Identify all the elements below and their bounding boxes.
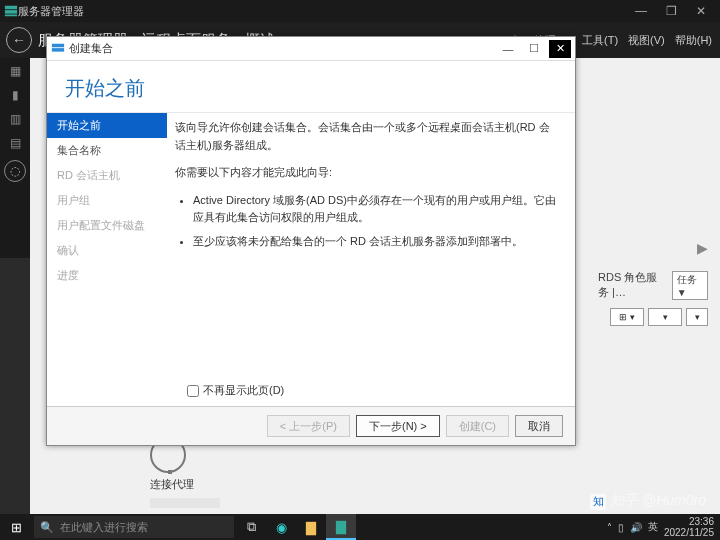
rds-role-label: RDS 角色服务 |… — [598, 270, 668, 300]
menu-tools[interactable]: 工具(T) — [582, 33, 618, 48]
wizard-button-row: < 上一步(P) 下一步(N) > 创建(C) 取消 — [47, 406, 575, 445]
wizard-icon — [51, 42, 65, 56]
nav-rds-icon[interactable]: ◌ — [4, 160, 26, 182]
wizard-titlebar: 创建集合 — ☐ ✕ — [47, 37, 575, 61]
step-user-profile-disks: 用户配置文件磁盘 — [47, 213, 167, 238]
taskbar-clock[interactable]: 23:36 2022/11/25 — [664, 516, 714, 538]
create-button: 创建(C) — [446, 415, 509, 437]
svg-rect-2 — [5, 15, 17, 17]
dont-show-checkbox[interactable] — [187, 385, 199, 397]
main-window-titlebar: 服务器管理器 — ❐ ✕ — [0, 0, 720, 22]
start-button[interactable]: ⊞ — [0, 514, 32, 540]
nav-file-icon[interactable]: ▤ — [7, 136, 23, 150]
main-maximize-button[interactable]: ❐ — [656, 0, 686, 22]
connection-broker-tile: 连接代理 — [150, 437, 220, 508]
wizard-title: 创建集合 — [69, 41, 495, 56]
tasks-dropdown[interactable]: 任务 ▼ — [672, 271, 708, 300]
prev-button: < 上一步(P) — [267, 415, 350, 437]
wizard-main-text: 该向导允许你创建会话集合。会话集合由一个或多个远程桌面会话主机(RD 会话主机)… — [167, 113, 575, 379]
svg-rect-3 — [52, 43, 64, 47]
nav-local-icon[interactable]: ▮ — [7, 88, 23, 102]
tool-button[interactable]: ▾ — [686, 308, 708, 326]
back-button[interactable]: ← — [6, 27, 32, 53]
menu-help[interactable]: 帮助(H) — [675, 33, 712, 48]
nav-dashboard-icon[interactable]: ▦ — [7, 64, 23, 78]
step-collection-name[interactable]: 集合名称 — [47, 138, 167, 163]
wizard-body: 开始之前 集合名称 RD 会话主机 用户组 用户配置文件磁盘 确认 进度 该向导… — [47, 112, 575, 379]
wizard-maximize-button[interactable]: ☐ — [521, 39, 547, 59]
main-minimize-button[interactable]: — — [626, 0, 656, 22]
filter-button[interactable]: ▾ — [648, 308, 682, 326]
server-manager-taskbar-icon[interactable]: ▇ — [326, 514, 356, 540]
svg-rect-4 — [52, 48, 64, 52]
step-user-groups: 用户组 — [47, 188, 167, 213]
taskbar: ⊞ 🔍 在此键入进行搜索 ⧉ ◉ ▇ ▇ ˄ ▯ 🔊 英 23:36 2022/… — [0, 514, 720, 540]
clock-time: 23:36 — [664, 516, 714, 527]
wizard-minimize-button[interactable]: — — [495, 39, 521, 59]
step-confirm: 确认 — [47, 238, 167, 263]
explorer-icon[interactable]: ▇ — [296, 514, 326, 540]
next-button[interactable]: 下一步(N) > — [356, 415, 440, 437]
search-placeholder: 在此键入进行搜索 — [60, 520, 148, 535]
wizard-heading: 开始之前 — [65, 75, 557, 102]
connection-broker-label: 连接代理 — [150, 477, 220, 492]
step-progress: 进度 — [47, 263, 167, 288]
wizard-close-button[interactable]: ✕ — [549, 40, 571, 58]
dont-show-row: 不再显示此页(D) — [47, 379, 575, 406]
edge-icon[interactable]: ◉ — [266, 514, 296, 540]
wizard-need-intro: 你需要以下内容才能完成此向导: — [175, 164, 559, 182]
wizard-heading-area: 开始之前 — [47, 61, 575, 112]
wizard-intro: 该向导允许你创建会话集合。会话集合由一个或多个远程桌面会话主机(RD 会话主机)… — [175, 119, 559, 154]
rds-role-panel: RDS 角色服务 |… 任务 ▼ ⊞ ▾ ▾ ▾ — [598, 270, 708, 326]
menu-view[interactable]: 视图(V) — [628, 33, 665, 48]
wizard-steps: 开始之前 集合名称 RD 会话主机 用户组 用户配置文件磁盘 确认 进度 — [47, 113, 167, 379]
create-collection-wizard: 创建集合 — ☐ ✕ 开始之前 开始之前 集合名称 RD 会话主机 用户组 用户… — [46, 36, 576, 446]
tray-ime-icon[interactable]: 英 — [648, 520, 658, 534]
main-close-button[interactable]: ✕ — [686, 0, 716, 22]
step-before-you-begin[interactable]: 开始之前 — [47, 113, 167, 138]
taskbar-search[interactable]: 🔍 在此键入进行搜索 — [34, 516, 234, 538]
system-tray: ˄ ▯ 🔊 英 23:36 2022/11/25 — [601, 516, 720, 538]
search-icon: 🔍 — [40, 521, 54, 534]
tray-network-icon[interactable]: ▯ — [618, 522, 624, 533]
requirement-item: Active Directory 域服务(AD DS)中必须存在一个现有的用户或… — [193, 192, 559, 227]
view-mode-button[interactable]: ⊞ ▾ — [610, 308, 644, 326]
main-window-title: 服务器管理器 — [18, 4, 626, 19]
left-nav: ▦ ▮ ▥ ▤ ◌ — [0, 58, 30, 258]
svg-rect-1 — [5, 10, 17, 14]
clock-date: 2022/11/25 — [664, 527, 714, 538]
step-rd-session-host: RD 会话主机 — [47, 163, 167, 188]
wizard-requirements-list: Active Directory 域服务(AD DS)中必须存在一个现有的用户或… — [175, 192, 559, 251]
scroll-right-icon[interactable]: ▶ — [697, 240, 708, 256]
cancel-button[interactable]: 取消 — [515, 415, 563, 437]
svg-rect-0 — [5, 6, 17, 10]
placeholder-row — [150, 498, 220, 508]
task-view-icon[interactable]: ⧉ — [236, 514, 266, 540]
requirement-item: 至少应该将未分配给集合的一个 RD 会话主机服务器添加到部署中。 — [193, 233, 559, 251]
nav-all-icon[interactable]: ▥ — [7, 112, 23, 126]
tray-sound-icon[interactable]: 🔊 — [630, 522, 642, 533]
tray-up-icon[interactable]: ˄ — [607, 522, 612, 533]
dont-show-label: 不再显示此页(D) — [203, 383, 284, 398]
server-manager-icon — [4, 4, 18, 18]
